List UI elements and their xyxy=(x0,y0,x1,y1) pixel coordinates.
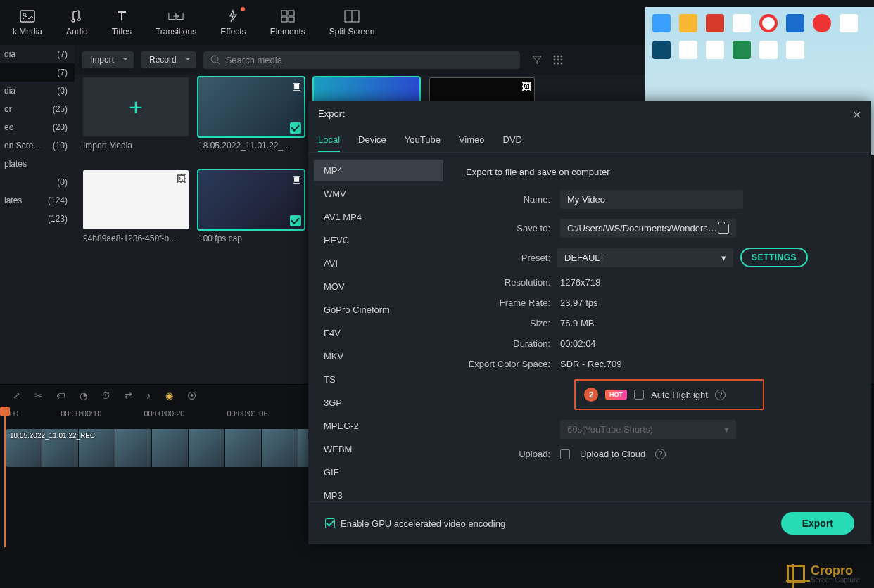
sidebar-item[interactable]: (0) xyxy=(0,173,75,191)
svg-point-17 xyxy=(560,59,562,61)
format-gopro[interactable]: GoPro Cineform xyxy=(314,299,443,321)
playhead[interactable] xyxy=(4,407,6,547)
svg-point-18 xyxy=(553,63,555,65)
colorspace-label: Export Color Space: xyxy=(466,359,550,369)
stock-media-tool[interactable]: k Media xyxy=(7,6,48,39)
tab-youtube[interactable]: YouTube xyxy=(405,129,441,152)
upload-checkbox[interactable] xyxy=(560,449,570,459)
splitscreen-tool[interactable]: Split Screen xyxy=(324,6,381,39)
media-icon xyxy=(20,8,35,24)
sidebar-item[interactable]: or(25) xyxy=(0,100,75,118)
format-wmv[interactable]: WMV xyxy=(314,183,443,205)
sidebar-item[interactable]: (123) xyxy=(0,210,75,228)
expand-icon[interactable]: ⤢ xyxy=(13,390,20,401)
tool-label: Split Screen xyxy=(329,27,375,37)
audio-icon[interactable]: ♪ xyxy=(146,390,151,401)
video-icon: ▣ xyxy=(292,173,301,184)
format-f4v[interactable]: F4V xyxy=(314,322,443,344)
filter-icon[interactable] xyxy=(531,54,543,65)
close-icon[interactable]: ✕ xyxy=(852,108,861,122)
sidebar-item[interactable]: (7) xyxy=(0,63,75,82)
format-ts[interactable]: TS xyxy=(314,369,443,390)
gpu-checkbox[interactable] xyxy=(325,518,335,528)
timer-icon[interactable]: ⏱ xyxy=(101,390,110,401)
format-hevc[interactable]: HEVC xyxy=(314,229,443,251)
titles-tool[interactable]: Titles xyxy=(106,6,137,39)
media-thumb[interactable]: ▣ 100 fps cap xyxy=(198,170,304,243)
upload-label: Upload: xyxy=(466,449,550,459)
preset-select[interactable]: DEFAULT ▾ xyxy=(557,248,733,267)
duration-label: Duration: xyxy=(466,338,550,349)
import-media-tile[interactable]: + Import Media xyxy=(83,77,189,151)
sidebar-item[interactable]: dia(7) xyxy=(0,45,75,63)
svg-rect-4 xyxy=(281,11,287,15)
format-mp4[interactable]: MP4 xyxy=(314,160,443,181)
colorspace-value: SDR - Rec.709 xyxy=(560,359,621,369)
video-icon: ▣ xyxy=(292,80,301,91)
settings-button[interactable]: SETTINGS xyxy=(740,248,808,267)
tab-vimeo[interactable]: Vimeo xyxy=(459,129,485,152)
import-dropdown[interactable]: Import xyxy=(82,51,134,68)
name-label: Name: xyxy=(466,194,550,205)
autohl-checkbox[interactable] xyxy=(634,390,644,400)
chevron-down-icon: ▾ xyxy=(721,253,726,263)
format-gif[interactable]: GIF xyxy=(314,461,443,483)
transitions-icon xyxy=(168,8,184,24)
folder-icon[interactable] xyxy=(718,224,729,234)
sidebar-item[interactable]: plates xyxy=(0,155,75,173)
name-input[interactable]: My Video xyxy=(560,190,743,209)
format-av1mp4[interactable]: AV1 MP4 xyxy=(314,206,443,228)
tab-device[interactable]: Device xyxy=(358,129,386,152)
format-avi[interactable]: AVI xyxy=(314,253,443,274)
transitions-tool[interactable]: Transitions xyxy=(150,6,202,39)
help-icon[interactable]: ? xyxy=(715,390,726,400)
format-mkv[interactable]: MKV xyxy=(314,345,443,367)
sidebar-item[interactable]: eo(20) xyxy=(0,118,75,136)
format-webm[interactable]: WEBM xyxy=(314,438,443,460)
tool-label: Elements xyxy=(270,27,305,37)
speed-icon[interactable]: ◔ xyxy=(80,390,87,401)
effects-tool[interactable]: Effects xyxy=(215,6,251,39)
adjust-icon[interactable]: ⇄ xyxy=(125,390,132,401)
autohl-label: Auto Highlight xyxy=(651,390,708,400)
sidebar-item[interactable]: lates(124) xyxy=(0,191,75,210)
format-3gp[interactable]: 3GP xyxy=(314,392,443,414)
search-media-input[interactable]: Search media xyxy=(203,51,520,69)
search-placeholder: Search media xyxy=(226,55,282,65)
tag-icon[interactable]: 🏷 xyxy=(56,390,65,401)
duration-value: 00:02:04 xyxy=(560,338,596,349)
framerate-value: 23.97 fps xyxy=(560,298,598,308)
tool-label: Effects xyxy=(220,27,246,37)
resolution-value: 1276x718 xyxy=(560,277,600,288)
media-thumb[interactable]: 🖼 94b89ae8-1236-450f-b... xyxy=(83,170,189,243)
record-icon[interactable]: ⦿ xyxy=(187,390,196,401)
record-dropdown[interactable]: Record xyxy=(141,51,196,68)
format-mpeg2[interactable]: MPEG-2 xyxy=(314,415,443,437)
check-icon xyxy=(290,122,301,134)
auto-icon[interactable]: ◉ xyxy=(165,390,173,401)
chevron-down-icon: ▾ xyxy=(724,424,729,435)
track-label: 18.05.2022_11.01.22_REC xyxy=(10,432,95,440)
shorts-select[interactable]: 60s(YouTube Shorts) ▾ xyxy=(560,420,736,439)
saveto-input[interactable]: C:/Users/WS/Documents/Wondershare/W xyxy=(560,219,736,238)
audio-tool[interactable]: Audio xyxy=(61,6,94,39)
svg-line-11 xyxy=(217,62,220,64)
sidebar-item[interactable]: en Scre...(10) xyxy=(0,136,75,155)
sidebar-item[interactable]: dia(0) xyxy=(0,82,75,100)
tool-label: Audio xyxy=(66,27,88,37)
tab-local[interactable]: Local xyxy=(318,129,340,152)
media-thumb[interactable]: ▣ 18.05.2022_11.01.22_... xyxy=(198,77,304,151)
elements-tool[interactable]: Elements xyxy=(265,6,311,39)
export-confirm-button[interactable]: Export xyxy=(781,512,854,535)
tab-dvd[interactable]: DVD xyxy=(503,129,522,152)
check-icon xyxy=(290,215,301,226)
format-mp3[interactable]: MP3 xyxy=(314,485,443,501)
audio-icon xyxy=(69,8,84,24)
svg-point-12 xyxy=(553,56,555,58)
settings-heading: Export to file and save on computer xyxy=(466,167,854,177)
grid-icon[interactable] xyxy=(552,54,564,65)
hot-badge: HOT xyxy=(605,390,627,400)
format-mov[interactable]: MOV xyxy=(314,276,443,298)
help-icon[interactable]: ? xyxy=(655,449,666,459)
cut-icon[interactable]: ✂ xyxy=(34,390,42,401)
